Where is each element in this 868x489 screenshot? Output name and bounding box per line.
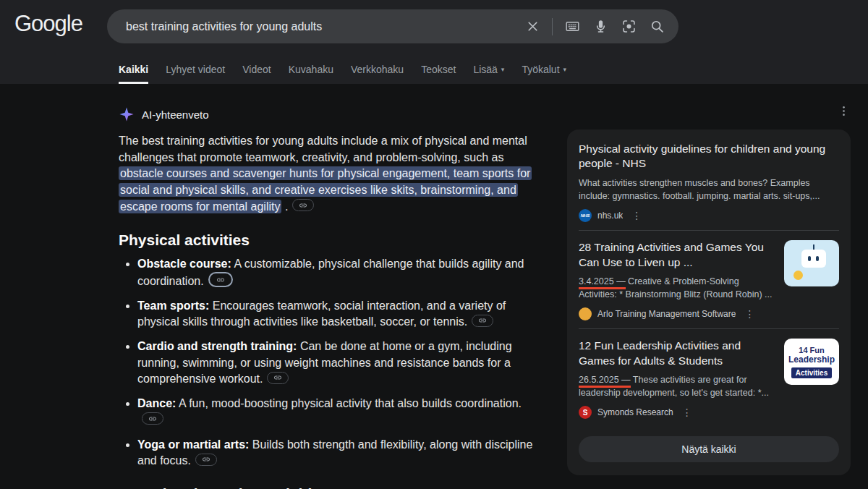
ai-summary-text: The best training activities for young a… [119,133,542,216]
ai-overview-title: AI-yhteenveto [142,109,209,121]
robot-head [801,250,826,268]
clear-icon[interactable] [524,18,541,35]
result-body: 12 Fun Leadership Activities and Games f… [579,339,775,419]
item-term: Yoga or martial arts: [137,438,249,451]
result-thumbnail-robot[interactable] [784,240,839,286]
tab-lisaa[interactable]: Lisää▾ [473,64,504,84]
source-name[interactable]: nhs.uk [597,211,623,221]
result-source-row: S Symonds Research ⋮ [579,406,775,419]
search-header: Google Kaikki Lyhyet videot Videot K [0,0,868,84]
result-tabs: Kaikki Lyhyet videot Videot Kuvahaku Ver… [119,64,566,84]
result-thumbnail-leadership[interactable]: 14 Fun Leadership Activities [784,339,839,385]
result-body: 28 Training Activities and Games You Can… [579,240,775,320]
tab-tyokalut[interactable]: Työkalut▾ [522,64,566,84]
result-title[interactable]: Physical activity guidelines for childre… [579,142,839,171]
section-heading-physical: Physical activities [119,231,542,249]
tab-videot[interactable]: Videot [242,64,271,84]
search-bar-icons [524,18,665,35]
list-item: Obstacle course: A customizable, physica… [137,256,542,290]
source-name[interactable]: Arlo Training Management Software [597,309,736,319]
citation-link-icon[interactable] [195,454,217,466]
result-card: 28 Training Activities and Games You Can… [579,230,839,328]
google-logo[interactable]: Google [14,11,82,37]
citation-link-icon[interactable] [267,372,289,384]
ai-overview: AI-yhteenveto The best training activiti… [119,106,542,489]
chevron-down-icon: ▾ [563,67,567,73]
overflow-menu-icon[interactable]: ⋮ [744,309,754,319]
chevron-down-icon: ▾ [501,67,505,73]
list-item: Team sports: Encourages teamwork, social… [137,298,542,331]
symonds-favicon: S [579,406,592,419]
result-snippet: What activities strengthen muscles and b… [579,177,839,203]
tab-tyokalut-label: Työkalut [522,64,559,75]
tab-kaikki[interactable]: Kaikki [119,64,148,84]
results-page: AI-yhteenveto The best training activiti… [0,84,868,489]
summary-tail: . [281,200,288,213]
tab-lisaa-label: Lisää [473,64,497,75]
tab-verkkohaku[interactable]: Verkkohaku [351,64,404,84]
date-annotation: 3.4.2025 — [579,276,626,289]
result-body: Physical activity guidelines for childre… [579,142,839,222]
overflow-menu-icon[interactable] [837,104,851,118]
overflow-menu-icon[interactable]: ⋮ [682,407,692,417]
result-card: Physical activity guidelines for childre… [579,132,839,230]
thumbnail-text: Leadership [788,355,835,365]
nhs-favicon: NHS [579,209,592,222]
result-card: 12 Fun Leadership Activities and Games f… [579,328,839,427]
tab-kuvahaku[interactable]: Kuvahaku [289,64,333,84]
citation-link-icon[interactable] [292,199,314,211]
summary-plain: The best training activities for young a… [119,135,527,163]
list-item: Cardio and strength training: Can be don… [137,339,542,388]
section-heading-mental: Mental and creative activities [119,485,542,489]
result-title[interactable]: 12 Fun Leadership Activities and Games f… [579,339,775,368]
arlo-favicon [579,307,592,320]
show-all-button[interactable]: Näytä kaikki [579,436,839,462]
tab-lyhyet-videot[interactable]: Lyhyet videot [166,64,225,84]
citation-link-icon[interactable] [142,412,163,425]
snippet-text: What activities strengthen muscles and b… [579,178,820,201]
mic-icon[interactable] [592,18,609,35]
summary-highlight: obstacle courses and scavenger hunts for… [119,166,532,213]
list-item: Yoga or martial arts: Builds both streng… [137,437,542,469]
item-term: Team sports: [137,299,209,312]
result-source-row: Arlo Training Management Software ⋮ [579,307,775,320]
citation-link-icon[interactable] [208,272,233,287]
result-snippet: 26.5.2025 — These activities are great f… [579,373,775,399]
source-name[interactable]: Symonds Research [597,407,673,417]
thumbnail-text: 14 Fun [799,346,824,355]
divider [552,18,553,35]
ai-overview-header: AI-yhteenveto [119,106,542,122]
overflow-menu-icon[interactable]: ⋮ [631,211,642,221]
physical-activities-list: Obstacle course: A customizable, physica… [119,256,542,469]
lens-icon[interactable] [620,18,637,35]
yellow-ball [793,271,803,280]
thumbnail-text: Activities [791,367,832,378]
result-source-row: NHS nhs.uk ⋮ [579,209,839,222]
keyboard-icon[interactable] [563,18,581,35]
search-bar[interactable] [107,9,678,43]
related-results-card: Physical activity guidelines for childre… [567,129,851,475]
result-title[interactable]: 28 Training Activities and Games You Can… [579,240,775,270]
robot-eye [808,256,811,261]
list-item: Dance: A fun, mood-boosting physical act… [137,396,542,428]
date-annotation: 26.5.2025 — [579,375,631,388]
citation-link-icon[interactable] [472,315,493,327]
sparkle-icon [119,106,135,122]
search-icon[interactable] [648,18,665,35]
tab-teokset[interactable]: Teokset [421,64,456,84]
result-snippet: 3.4.2025 — Creative & Problem-Solving Ac… [579,275,775,301]
item-term: Obstacle course: [137,258,231,270]
item-term: Cardio and strength training: [137,340,297,352]
item-desc: A fun, mood-boosting physical activity t… [176,397,522,409]
robot-eye [816,256,819,261]
item-term: Dance: [137,397,176,409]
search-input[interactable] [124,20,524,34]
